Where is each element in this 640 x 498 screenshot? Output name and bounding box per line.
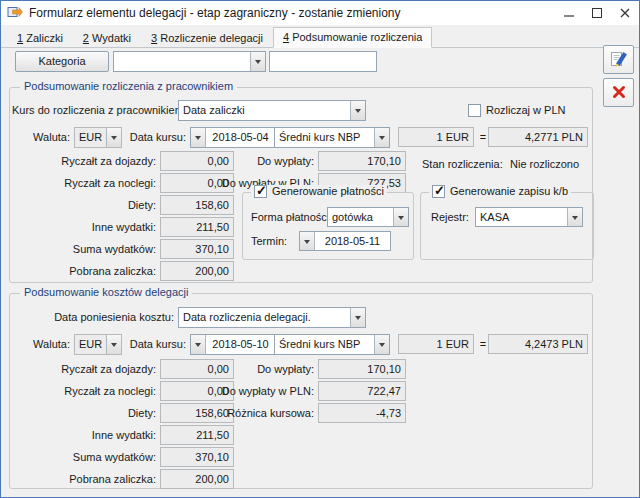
suma-wydatkow-field: 370,10 [160,239,234,259]
save-button[interactable] [603,45,634,74]
generowanie-zapisu-kb-box: Generowanie zapisu k/b Rejestr: KASA [420,192,594,260]
ryczalt-noclegi-label: Ryczałt za noclegi: [20,177,156,189]
kategoria-opis-input[interactable] [269,51,377,72]
chevron-down-icon[interactable] [567,208,582,226]
termin-datepicker[interactable]: 2018-05-11 [299,231,391,251]
cancel-button[interactable] [603,78,634,107]
field-row: Do wypłaty w PLN: 722,47 [196,380,406,401]
field-row: Inne wydatki: 211,50 [20,216,234,237]
equals-sign: = [478,127,488,148]
do-wyplaty-pln-koszty-field: 722,47 [318,381,406,401]
rozliczaj-w-pln-checkbox[interactable]: Rozliczaj w PLN [468,104,565,117]
inne-wydatki-koszty-field: 211,50 [160,425,234,445]
field-row: Diety: 158,60 [20,194,234,215]
kurs-jednostka-field: 1 EUR [398,334,474,354]
forma-platnosci-value: gotówka [328,208,393,226]
settlement-group: Podsumowanie rozliczenia z pracownikiem … [9,87,593,283]
checkbox-box [432,185,445,198]
window-controls [555,1,639,25]
data-poniesienia-combo[interactable]: Data rozliczenia delegacji. [178,307,366,328]
kategoria-combo-value [114,52,250,71]
kurs-przelicznik-field: 4,2771 PLN [488,127,588,147]
field-row: Różnica kursowa: -4,73 [196,402,406,423]
titlebar: Formularz elementu delegacji - etap zagr… [1,1,639,25]
rejestr-label: Rejestr: [431,207,469,228]
close-icon[interactable] [611,1,639,25]
chevron-down-icon[interactable] [374,128,389,147]
inne-wydatki-field: 211,50 [160,217,234,237]
suma-wydatkow-koszty-field: 370,10 [160,447,234,467]
costs-group-title: Podsumowanie kosztów delegacji [20,286,192,298]
kurs-rozliczenia-combo[interactable]: Data zaliczki [178,100,366,121]
window-title: Formularz elementu delegacji - etap zagr… [29,6,401,20]
kurs-rozliczenia-label: Kurs do rozliczenia z pracownikiem: [12,100,174,121]
chevron-down-icon[interactable] [250,52,265,71]
typ-kursu-combo[interactable]: Średni kurs NBP [274,334,390,355]
diety-field: 158,60 [160,195,234,215]
typ-kursu-value: Średni kurs NBP [275,128,374,147]
kurs-jednostka-field: 1 EUR [398,127,474,147]
generowanie-zapisu-kb-label: Generowanie zapisu k/b [450,185,568,198]
generowanie-platnosci-label: Generowanie płatności [272,185,384,198]
maximize-icon[interactable] [583,1,611,25]
data-kursu-label: Data kursu: [118,334,186,355]
termin-value: 2018-05-11 [315,232,390,250]
field-row: Do wypłaty: 170,10 [196,358,406,379]
data-poniesienia-label: Data poniesienia kosztu: [12,307,174,328]
ryczalt-dojazdy-label: Ryczałt za dojazdy: [20,155,156,167]
generowanie-zapisu-kb-checkbox[interactable]: Generowanie zapisu k/b [429,185,571,198]
do-wyplaty-pln-label: Do wypłaty w PLN: [196,385,314,397]
tab-wydatki[interactable]: 2 Wydatki [73,28,141,47]
data-kursu-label: Data kursu: [118,127,186,148]
waluta-combo: EUR [74,334,122,355]
data-poniesienia-value: Data rozliczenia delegacji. [179,308,350,327]
delegation-form-window: Formularz elementu delegacji - etap zagr… [0,0,640,498]
field-row: Do wypłaty: 170,10 [196,150,406,171]
typ-kursu-combo[interactable]: Średni kurs NBP [274,127,390,148]
generowanie-platnosci-checkbox[interactable]: Generowanie płatności [251,185,387,198]
data-kursu-datepicker[interactable]: 2018-05-04 [190,127,276,148]
roznica-kursowa-label: Różnica kursowa: [196,407,314,419]
tab-podsumowanie-rozliczenia[interactable]: 4 Podsumowanie rozliczenia [273,27,432,48]
calendar-dropdown-icon[interactable] [300,232,315,250]
chevron-down-icon[interactable] [393,208,408,226]
kategoria-combo[interactable] [113,51,266,72]
tab-rozliczenie-delegacji[interactable]: 3 Rozliczenie delegacji [141,28,273,47]
cancel-x-icon [610,83,628,103]
kurs-rozliczenia-value: Data zaliczki [179,101,350,120]
kategoria-button[interactable]: Kategoria [15,51,109,72]
calendar-dropdown-icon[interactable] [191,335,206,354]
tab-bar: 1 Zaliczki 2 Wydatki 3 Rozliczenie deleg… [1,25,639,48]
waluta-label: Waluta: [12,334,70,355]
do-wyplaty-label: Do wypłaty: [196,363,314,375]
equals-sign: = [478,334,488,355]
costs-payout-fields: Do wypłaty: 170,10 Do wypłaty w PLN: 722… [196,358,406,424]
pobrana-zaliczka-koszty-field: 200,00 [160,469,234,489]
chevron-down-icon[interactable] [374,335,389,354]
waluta-value: EUR [75,128,106,147]
pobrana-zaliczka-field: 200,00 [160,261,234,281]
diety-label: Diety: [20,199,156,211]
field-row: Suma wydatków: 370,10 [20,446,234,467]
field-row: Pobrana zaliczka: 200,00 [20,468,234,489]
calendar-dropdown-icon[interactable] [191,128,206,147]
kurs-przelicznik-field: 4,2473 PLN [488,334,588,354]
forma-platnosci-combo[interactable]: gotówka [327,207,409,227]
rejestr-combo[interactable]: KASA [475,207,583,227]
checkbox-box [468,104,481,117]
suma-wydatkow-label: Suma wydatków: [20,243,156,255]
save-icon [609,49,629,71]
field-row: Inne wydatki: 211,50 [20,424,234,445]
tab-zaliczki[interactable]: 1 Zaliczki [7,28,73,47]
chevron-down-icon[interactable] [350,101,365,120]
data-kursu-datepicker[interactable]: 2018-05-10 [190,334,276,355]
generowanie-platnosci-box: Generowanie płatności Forma płatności: g… [242,192,414,260]
do-wyplaty-koszty-field: 170,10 [318,359,406,379]
ryczalt-dojazdy-label: Ryczałt za dojazdy: [20,363,156,375]
costs-group: Podsumowanie kosztów delegacji Data poni… [9,293,593,489]
chevron-down-icon[interactable] [350,308,365,327]
waluta-value: EUR [75,335,106,354]
ryczalt-noclegi-label: Ryczałt za noclegi: [20,385,156,397]
minimize-icon[interactable] [555,1,583,25]
do-wyplaty-label: Do wypłaty: [196,155,314,167]
